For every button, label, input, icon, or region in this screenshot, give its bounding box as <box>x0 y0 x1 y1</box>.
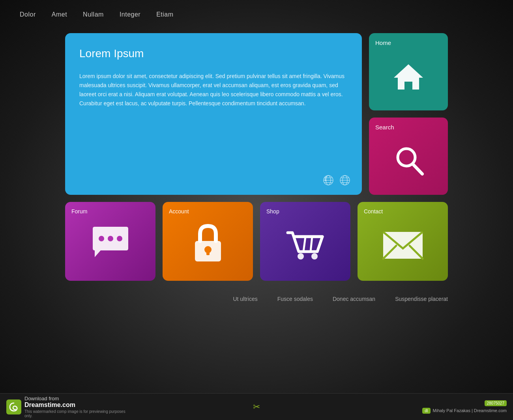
search-icon-wrap <box>375 134 442 189</box>
dreamstime-badge <box>6 399 21 414</box>
footer-link-2[interactable]: Fusce sodales <box>277 296 313 302</box>
svg-marker-10 <box>394 64 423 90</box>
forum-icon <box>89 225 132 264</box>
tile-forum[interactable]: Forum <box>65 202 155 281</box>
svg-line-12 <box>413 164 422 174</box>
image-id-badge: 28075027 <box>485 400 507 406</box>
home-icon-wrap <box>375 49 442 104</box>
globe-icon-1 <box>322 174 334 186</box>
forum-icon-wrap <box>71 215 149 274</box>
dreamstime-logo: Download from Dreamstime.com This waterm… <box>6 396 127 418</box>
home-tile-label: Home <box>375 39 391 46</box>
search-icon <box>391 146 426 177</box>
shop-tile-label: Shop <box>266 208 344 215</box>
svg-rect-18 <box>206 250 210 255</box>
download-label: Download from <box>24 396 127 401</box>
hero-bottom-icons <box>322 174 351 186</box>
nav-item-etiam[interactable]: Etiam <box>156 11 173 18</box>
dreamstime-text: Download from Dreamstime.com This waterm… <box>24 396 127 418</box>
author-label: Mihaly Pal Fazakas | Dreamstime.com <box>433 408 507 413</box>
svg-point-15 <box>117 236 122 241</box>
site-label: Dreamstime.com <box>24 401 127 409</box>
home-icon <box>391 61 426 93</box>
tile-account[interactable]: Account <box>163 202 253 281</box>
nav-item-dolor[interactable]: Dolor <box>20 11 36 18</box>
sub-label: This watermarked comp image is for previ… <box>24 409 127 418</box>
bottom-right-info: 28075027 dt Mihaly Pal Fazakas | Dreamst… <box>422 400 507 414</box>
hero-card: Lorem Ipsum Lorem ipsum dolor sit amet, … <box>65 33 362 195</box>
contact-tile-label: Contact <box>364 208 442 215</box>
nav-item-amet[interactable]: Amet <box>52 11 67 18</box>
right-tiles: Home Search <box>369 33 448 195</box>
shop-icon-wrap <box>266 215 344 274</box>
cart-icon <box>284 225 327 264</box>
tile-shop[interactable]: Shop <box>260 202 350 281</box>
author-badge: dt <box>422 408 430 414</box>
tile-home[interactable]: Home <box>369 33 448 110</box>
bottom-row: Forum Account <box>0 195 513 281</box>
contact-icon-wrap <box>364 215 442 274</box>
footer-link-3[interactable]: Donec accumsan <box>333 296 375 302</box>
globe-icon-2 <box>339 174 351 186</box>
top-nav: Dolor Amet Nullam Integer Etiam <box>0 0 513 29</box>
svg-line-23 <box>311 237 312 252</box>
svg-point-14 <box>108 236 113 241</box>
bottom-bar: Download from Dreamstime.com This waterm… <box>0 393 513 420</box>
svg-point-20 <box>311 253 318 259</box>
scissors-icon: ✂ <box>253 402 260 412</box>
hero-title: Lorem Ipsum <box>79 47 348 60</box>
footer-link-4[interactable]: Suspendisse placerat <box>395 296 448 302</box>
search-tile-label: Search <box>375 124 394 131</box>
tile-search[interactable]: Search <box>369 118 448 195</box>
dreamstime-swirl-icon <box>8 401 19 413</box>
svg-point-19 <box>298 253 304 259</box>
envelope-icon <box>381 228 425 261</box>
account-icon-wrap <box>169 215 247 274</box>
svg-line-22 <box>303 237 305 252</box>
account-tile-label: Account <box>169 208 247 215</box>
tile-contact[interactable]: Contact <box>358 202 448 281</box>
main-area: Lorem Ipsum Lorem ipsum dolor sit amet, … <box>0 33 513 195</box>
lock-icon <box>190 223 226 266</box>
svg-point-13 <box>99 236 104 241</box>
footer-links: Ut ultrices Fusce sodales Donec accumsan… <box>0 285 513 313</box>
footer-link-1[interactable]: Ut ultrices <box>233 296 257 302</box>
nav-item-integer[interactable]: Integer <box>120 11 140 18</box>
forum-tile-label: Forum <box>71 208 149 215</box>
hero-body: Lorem ipsum dolor sit amet, consectetur … <box>79 72 348 108</box>
nav-item-nullam[interactable]: Nullam <box>83 11 104 18</box>
